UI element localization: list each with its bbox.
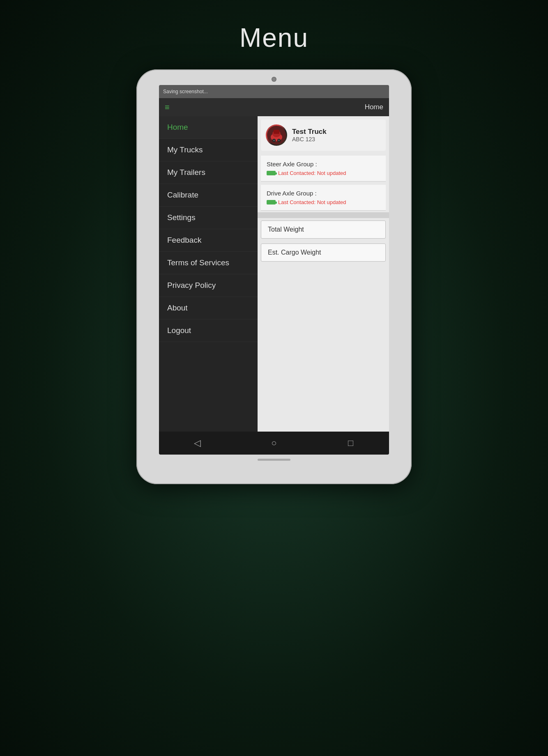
sidebar: Home My Trucks My Trailers Calibrate Set… [159,116,258,432]
tablet-frame: Saving screenshot... ≡ Home Home My Truc… [136,69,412,484]
battery-icon-steer [267,171,276,175]
app-bar-title: Home [365,103,383,111]
status-bar: Saving screenshot... [159,85,389,98]
tablet-screen: Saving screenshot... ≡ Home Home My Truc… [159,85,389,455]
truck-card[interactable]: Test Truck ABC 123 [261,119,386,151]
steer-axle-status: Last Contacted: Not updated [267,170,380,176]
tablet-home-indicator [258,459,290,461]
steer-not-updated: Last Contacted: Not updated [278,170,346,176]
back-button[interactable]: ◁ [189,435,205,451]
truck-plate: ABC 123 [292,136,327,142]
app-bar: ≡ Home [159,98,389,116]
sidebar-item-settings[interactable]: Settings [159,207,258,229]
battery-icon-drive [267,200,276,205]
truck-avatar [266,124,287,146]
sidebar-item-home[interactable]: Home [159,116,258,139]
recent-button[interactable]: □ [343,435,359,451]
drive-axle-status: Last Contacted: Not updated [267,199,380,205]
est-cargo-weight-button[interactable]: Est. Cargo Weight [261,244,386,262]
sidebar-item-privacy[interactable]: Privacy Policy [159,274,258,297]
truck-name: Test Truck [292,128,327,136]
divider [258,212,389,218]
drive-axle-label: Drive Axle Group : [267,190,380,197]
steer-axle-card: Steer Axle Group : Last Contacted: Not u… [261,156,386,182]
total-weight-button[interactable]: Total Weight [261,221,386,239]
sidebar-item-logout[interactable]: Logout [159,319,258,342]
sidebar-item-feedback[interactable]: Feedback [159,229,258,252]
main-panel: Test Truck ABC 123 Steer Axle Group : La… [258,116,389,432]
sidebar-item-my-trucks[interactable]: My Trucks [159,139,258,161]
truck-avatar-icon [267,126,286,145]
bottom-nav: ◁ ○ □ [159,432,389,455]
status-bar-text: Saving screenshot... [163,89,208,94]
page-title: Menu [239,23,309,53]
camera [272,77,276,82]
drive-not-updated: Last Contacted: Not updated [278,199,346,205]
steer-axle-label: Steer Axle Group : [267,161,380,168]
svg-point-7 [278,140,280,141]
sidebar-item-my-trailers[interactable]: My Trailers [159,161,258,184]
home-button[interactable]: ○ [266,435,282,451]
sidebar-item-calibrate[interactable]: Calibrate [159,184,258,207]
svg-point-6 [273,140,275,141]
drive-axle-card: Drive Axle Group : Last Contacted: Not u… [261,185,386,211]
svg-rect-3 [274,130,279,134]
hamburger-icon[interactable]: ≡ [165,103,170,112]
app-content: Home My Trucks My Trailers Calibrate Set… [159,116,389,432]
sidebar-item-about[interactable]: About [159,297,258,319]
sidebar-item-terms[interactable]: Terms of Services [159,252,258,274]
truck-info: Test Truck ABC 123 [292,128,327,142]
